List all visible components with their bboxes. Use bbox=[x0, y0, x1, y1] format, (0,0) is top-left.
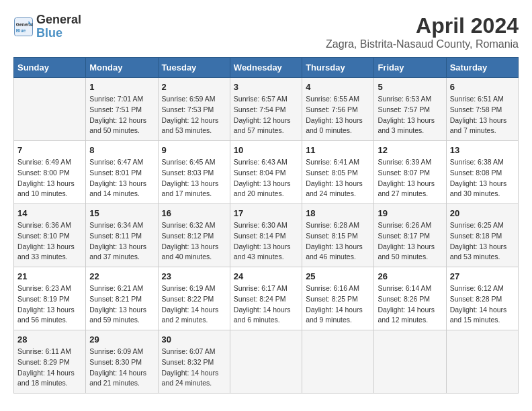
calendar-cell: 28Sunrise: 6:11 AMSunset: 8:29 PMDayligh… bbox=[14, 330, 86, 394]
day-detail: Sunrise: 6:34 AMSunset: 8:11 PMDaylight:… bbox=[89, 220, 154, 263]
day-detail: Sunrise: 6:23 AMSunset: 8:19 PMDaylight:… bbox=[17, 283, 82, 326]
day-detail: Sunrise: 6:53 AMSunset: 7:57 PMDaylight:… bbox=[378, 94, 442, 136]
day-header-friday: Friday bbox=[374, 58, 446, 78]
day-number: 29 bbox=[89, 334, 154, 345]
calendar-cell: 5Sunrise: 6:53 AMSunset: 7:57 PMDaylight… bbox=[374, 78, 446, 141]
day-detail: Sunrise: 6:17 AMSunset: 8:24 PMDaylight:… bbox=[234, 283, 298, 326]
day-header-sunday: Sunday bbox=[14, 58, 86, 78]
day-detail: Sunrise: 6:26 AMSunset: 8:17 PMDaylight:… bbox=[378, 220, 442, 263]
day-detail: Sunrise: 6:32 AMSunset: 8:12 PMDaylight:… bbox=[162, 220, 226, 263]
day-detail: Sunrise: 6:09 AMSunset: 8:30 PMDaylight:… bbox=[89, 347, 154, 389]
day-number: 23 bbox=[162, 271, 226, 281]
day-detail: Sunrise: 6:21 AMSunset: 8:21 PMDaylight:… bbox=[89, 283, 154, 326]
day-number: 14 bbox=[17, 208, 82, 218]
calendar-cell: 20Sunrise: 6:25 AMSunset: 8:18 PMDayligh… bbox=[446, 204, 518, 267]
day-number: 11 bbox=[306, 145, 370, 155]
calendar-cell: 25Sunrise: 6:16 AMSunset: 8:25 PMDayligh… bbox=[302, 267, 374, 330]
calendar-cell: 4Sunrise: 6:55 AMSunset: 7:56 PMDaylight… bbox=[302, 78, 374, 141]
calendar-cell: 16Sunrise: 6:32 AMSunset: 8:12 PMDayligh… bbox=[158, 204, 230, 267]
calendar-cell: 3Sunrise: 6:57 AMSunset: 7:54 PMDaylight… bbox=[230, 78, 302, 141]
calendar-cell: 26Sunrise: 6:14 AMSunset: 8:26 PMDayligh… bbox=[374, 267, 446, 330]
day-number: 21 bbox=[17, 271, 82, 281]
calendar-cell: 8Sunrise: 6:47 AMSunset: 8:01 PMDaylight… bbox=[86, 141, 158, 204]
day-detail: Sunrise: 6:51 AMSunset: 7:58 PMDaylight:… bbox=[450, 94, 515, 136]
calendar-cell: 2Sunrise: 6:59 AMSunset: 7:53 PMDaylight… bbox=[158, 78, 230, 141]
day-number: 13 bbox=[450, 145, 515, 155]
day-detail: Sunrise: 6:16 AMSunset: 8:25 PMDaylight:… bbox=[306, 283, 370, 326]
day-detail: Sunrise: 6:55 AMSunset: 7:56 PMDaylight:… bbox=[306, 94, 370, 136]
calendar-cell: 13Sunrise: 6:38 AMSunset: 8:08 PMDayligh… bbox=[446, 141, 518, 204]
logo: General Blue GeneralBlue bbox=[13, 13, 81, 40]
calendar-week-5: 28Sunrise: 6:11 AMSunset: 8:29 PMDayligh… bbox=[14, 330, 519, 394]
day-number: 28 bbox=[17, 334, 82, 345]
day-number: 5 bbox=[378, 82, 442, 92]
calendar-week-3: 14Sunrise: 6:36 AMSunset: 8:10 PMDayligh… bbox=[14, 204, 519, 267]
day-header-tuesday: Tuesday bbox=[158, 58, 230, 78]
day-number: 30 bbox=[162, 334, 226, 345]
day-detail: Sunrise: 6:45 AMSunset: 8:03 PMDaylight:… bbox=[162, 157, 226, 199]
day-number: 25 bbox=[306, 271, 370, 281]
day-header-wednesday: Wednesday bbox=[230, 58, 302, 78]
header: General Blue GeneralBlue April 2024 Zagr… bbox=[13, 13, 519, 50]
calendar-cell: 30Sunrise: 6:07 AMSunset: 8:32 PMDayligh… bbox=[158, 330, 230, 394]
day-number: 20 bbox=[450, 208, 515, 218]
day-detail: Sunrise: 6:30 AMSunset: 8:14 PMDaylight:… bbox=[234, 220, 298, 263]
day-number: 22 bbox=[89, 271, 154, 281]
calendar-cell: 12Sunrise: 6:39 AMSunset: 8:07 PMDayligh… bbox=[374, 141, 446, 204]
day-number: 4 bbox=[306, 82, 370, 92]
calendar-cell bbox=[446, 330, 518, 394]
svg-rect-0 bbox=[15, 17, 33, 36]
calendar-cell: 14Sunrise: 6:36 AMSunset: 8:10 PMDayligh… bbox=[14, 204, 86, 267]
day-number: 16 bbox=[162, 208, 226, 218]
calendar-cell: 1Sunrise: 7:01 AMSunset: 7:51 PMDaylight… bbox=[86, 78, 158, 141]
calendar-subtitle: Zagra, Bistrita-Nasaud County, Romania bbox=[326, 38, 519, 50]
day-detail: Sunrise: 6:36 AMSunset: 8:10 PMDaylight:… bbox=[17, 220, 82, 263]
day-number: 24 bbox=[234, 271, 298, 281]
day-detail: Sunrise: 6:07 AMSunset: 8:32 PMDaylight:… bbox=[162, 347, 226, 389]
calendar-cell: 10Sunrise: 6:43 AMSunset: 8:04 PMDayligh… bbox=[230, 141, 302, 204]
day-detail: Sunrise: 6:14 AMSunset: 8:26 PMDaylight:… bbox=[378, 283, 442, 326]
calendar-cell bbox=[302, 330, 374, 394]
calendar-cell: 27Sunrise: 6:12 AMSunset: 8:28 PMDayligh… bbox=[446, 267, 518, 330]
day-number: 3 bbox=[234, 82, 298, 92]
day-detail: Sunrise: 6:25 AMSunset: 8:18 PMDaylight:… bbox=[450, 220, 515, 263]
calendar-table: SundayMondayTuesdayWednesdayThursdayFrid… bbox=[13, 57, 519, 394]
day-number: 26 bbox=[378, 271, 442, 281]
day-header-thursday: Thursday bbox=[302, 58, 374, 78]
calendar-cell: 29Sunrise: 6:09 AMSunset: 8:30 PMDayligh… bbox=[86, 330, 158, 394]
day-detail: Sunrise: 6:39 AMSunset: 8:07 PMDaylight:… bbox=[378, 157, 442, 199]
day-number: 17 bbox=[234, 208, 298, 218]
day-number: 10 bbox=[234, 145, 298, 155]
calendar-body: 1Sunrise: 7:01 AMSunset: 7:51 PMDaylight… bbox=[14, 78, 519, 394]
day-detail: Sunrise: 6:12 AMSunset: 8:28 PMDaylight:… bbox=[450, 283, 515, 326]
calendar-cell: 19Sunrise: 6:26 AMSunset: 8:17 PMDayligh… bbox=[374, 204, 446, 267]
calendar-cell bbox=[374, 330, 446, 394]
calendar-cell: 6Sunrise: 6:51 AMSunset: 7:58 PMDaylight… bbox=[446, 78, 518, 141]
calendar-cell: 15Sunrise: 6:34 AMSunset: 8:11 PMDayligh… bbox=[86, 204, 158, 267]
calendar-week-1: 1Sunrise: 7:01 AMSunset: 7:51 PMDaylight… bbox=[14, 78, 519, 141]
calendar-cell: 18Sunrise: 6:28 AMSunset: 8:15 PMDayligh… bbox=[302, 204, 374, 267]
generalblue-icon: General Blue bbox=[13, 17, 34, 37]
day-detail: Sunrise: 6:57 AMSunset: 7:54 PMDaylight:… bbox=[234, 94, 298, 136]
title-area: April 2024 Zagra, Bistrita-Nasaud County… bbox=[326, 13, 519, 50]
day-number: 6 bbox=[450, 82, 515, 92]
day-detail: Sunrise: 6:59 AMSunset: 7:53 PMDaylight:… bbox=[162, 94, 226, 136]
calendar-cell: 17Sunrise: 6:30 AMSunset: 8:14 PMDayligh… bbox=[230, 204, 302, 267]
day-header-saturday: Saturday bbox=[446, 58, 518, 78]
calendar-cell: 11Sunrise: 6:41 AMSunset: 8:05 PMDayligh… bbox=[302, 141, 374, 204]
calendar-title: April 2024 bbox=[326, 13, 519, 38]
calendar-cell: 24Sunrise: 6:17 AMSunset: 8:24 PMDayligh… bbox=[230, 267, 302, 330]
svg-text:Blue: Blue bbox=[16, 28, 26, 32]
day-number: 1 bbox=[89, 82, 154, 92]
calendar-week-4: 21Sunrise: 6:23 AMSunset: 8:19 PMDayligh… bbox=[14, 267, 519, 330]
day-detail: Sunrise: 6:43 AMSunset: 8:04 PMDaylight:… bbox=[234, 157, 298, 199]
day-number: 8 bbox=[89, 145, 154, 155]
calendar-cell: 23Sunrise: 6:19 AMSunset: 8:22 PMDayligh… bbox=[158, 267, 230, 330]
calendar-cell bbox=[14, 78, 86, 141]
calendar-cell: 9Sunrise: 6:45 AMSunset: 8:03 PMDaylight… bbox=[158, 141, 230, 204]
day-detail: Sunrise: 7:01 AMSunset: 7:51 PMDaylight:… bbox=[89, 94, 154, 136]
day-number: 7 bbox=[17, 145, 82, 155]
day-number: 27 bbox=[450, 271, 515, 281]
calendar-cell bbox=[230, 330, 302, 394]
logo-text: GeneralBlue bbox=[36, 13, 81, 40]
